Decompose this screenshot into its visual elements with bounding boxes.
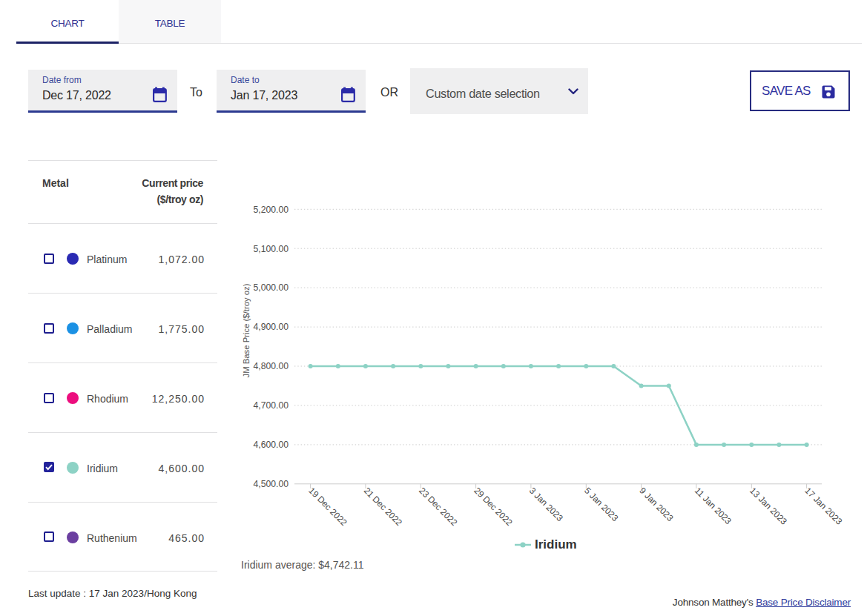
svg-text:29 Dec 2022: 29 Dec 2022 [472, 486, 514, 528]
svg-text:21 Dec 2022: 21 Dec 2022 [362, 486, 404, 528]
svg-text:5,000.00: 5,000.00 [254, 282, 289, 293]
svg-text:4,800.00: 4,800.00 [254, 361, 289, 371]
svg-text:19 Dec 2022: 19 Dec 2022 [306, 486, 349, 528]
svg-text:4,900.00: 4,900.00 [254, 322, 289, 332]
svg-text:5,200.00: 5,200.00 [254, 205, 289, 215]
svg-text:17 Jan 2023: 17 Jan 2023 [802, 486, 844, 527]
svg-text:5,100.00: 5,100.00 [254, 244, 289, 254]
svg-text:11 Jan 2023: 11 Jan 2023 [693, 486, 734, 527]
svg-text:23 Dec 2022: 23 Dec 2022 [417, 486, 459, 528]
svg-text:4,600.00: 4,600.00 [254, 440, 289, 450]
svg-text:4,500.00: 4,500.00 [254, 479, 289, 489]
svg-text:5 Jan 2023: 5 Jan 2023 [582, 486, 620, 523]
svg-text:3 Jan 2023: 3 Jan 2023 [527, 486, 565, 523]
svg-text:9 Jan 2023: 9 Jan 2023 [637, 486, 675, 523]
svg-text:13 Jan 2023: 13 Jan 2023 [748, 486, 789, 527]
svg-text:JM Base Price ($/troy oz): JM Base Price ($/troy oz) [242, 283, 251, 377]
svg-text:4,700.00: 4,700.00 [254, 400, 289, 411]
